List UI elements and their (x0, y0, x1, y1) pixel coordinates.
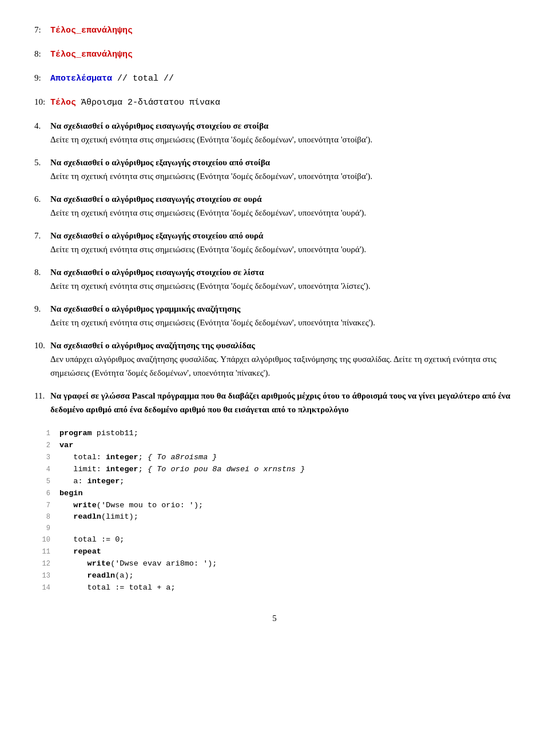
item-title: Να σχεδιασθεί ο αλγόριθμος εξαγωγής στοι… (50, 158, 270, 167)
list-item: 10: Τέλος Άθροισμα 2-διάστατου πίνακα (34, 95, 515, 110)
item-title: Να σχεδιασθεί ο αλγόριθμος εισαγωγής στο… (50, 268, 264, 277)
exercise-11: 11. Να γραφεί σε γλώσσα Pascal πρόγραμμα… (34, 389, 515, 416)
line-number: 13 (34, 571, 50, 582)
item-title: Να σχεδιασθεί ο αλγόριθμος εισαγωγής στο… (50, 194, 262, 204)
item-suffix: Άθροισμα 2-διάστατου πίνακα (76, 98, 220, 108)
item-number: 8: (34, 47, 50, 61)
exercise-8: 8. Να σχεδιασθεί ο αλγόριθμος εισαγωγής … (34, 265, 515, 293)
code-line-2: 2 var (34, 440, 515, 452)
code-text: repeat (59, 546, 101, 558)
item-desc: Δείτε τη σχετική ενότητα στις σημειώσεις… (50, 316, 515, 329)
code-line-9: 9 (34, 523, 515, 534)
code-text: total := total + a; (59, 582, 176, 594)
item-number: 7. (34, 229, 50, 242)
code-line-14: 14 total := total + a; (34, 582, 515, 594)
line-number: 5 (34, 476, 50, 487)
code-text: program pistob11; (59, 428, 138, 440)
item-number: 8. (34, 265, 50, 279)
item-number: 11. (34, 389, 50, 403)
item-title: Να σχεδιασθεί ο αλγόριθμος γραμμικής ανα… (50, 304, 240, 313)
list-item: 6. Να σχεδιασθεί ο αλγόριθμος εισαγωγής … (34, 192, 515, 220)
list-item: 9. Να σχεδιασθεί ο αλγόριθμος γραμμικής … (34, 302, 515, 329)
item-title: Τέλος_επανάληψης (50, 50, 133, 59)
line-number: 11 (34, 547, 50, 558)
code-text: total := 0; (59, 534, 124, 546)
item-title: Τέλος_επανάληψης (50, 26, 133, 35)
line-number: 4 (34, 464, 50, 475)
line-number: 2 (34, 440, 50, 451)
code-line-11: 11 repeat (34, 546, 515, 558)
item-desc: Δείτε τη σχετική ενότητα στις σημειώσεις… (50, 279, 515, 293)
item-desc: Δείτε τη σχετική ενότητα στις σημειώσεις… (50, 133, 515, 146)
exercise-6: 6. Να σχεδιασθεί ο αλγόριθμος εισαγωγής … (34, 192, 515, 220)
code-text: limit: integer; { To orio pou 8a dwsei o… (59, 464, 305, 476)
line-number: 9 (34, 523, 50, 534)
item-number: 6. (34, 192, 50, 206)
code-text: write('Dwse mou to orio: '); (59, 500, 203, 512)
line-number: 10 (34, 535, 50, 546)
exercise-4: 4. Να σχεδιασθεί ο αλγόριθμος εισαγωγής … (34, 119, 515, 146)
line-number: 7 (34, 500, 50, 511)
line-number: 6 (34, 488, 50, 499)
header-items: 7: Τέλος_επανάληψης 8: Τέλος_επανάληψης … (34, 23, 515, 110)
list-item: 11. Να γραφεί σε γλώσσα Pascal πρόγραμμα… (34, 389, 515, 416)
item-title: Να σχεδιασθεί ο αλγόριθμος εξαγωγής στοι… (50, 231, 263, 240)
code-text: a: integer; (59, 476, 124, 488)
list-item: 8. Να σχεδιασθεί ο αλγόριθμος εισαγωγής … (34, 265, 515, 293)
item-number: 10: (34, 95, 50, 109)
item-title: Αποτελέσματα (50, 74, 112, 83)
code-line-3: 3 total: integer; { To a8roisma } (34, 452, 515, 464)
line-number: 8 (34, 512, 50, 523)
list-item: 4. Να σχεδιασθεί ο αλγόριθμος εισαγωγής … (34, 119, 515, 146)
item-title: Να γραφεί σε γλώσσα Pascal πρόγραμμα που… (50, 391, 510, 414)
item-suffix: // total // (112, 74, 174, 83)
code-text: write('Dwse evav ari8mo: '); (59, 558, 217, 570)
exercise-10: 10. Να σχεδιασθεί ο αλγόριθμος αναζήτηση… (34, 339, 515, 380)
code-line-13: 13 readln(a); (34, 570, 515, 582)
item-desc: Δείτε τη σχετική ενότητα στις σημειώσεις… (50, 169, 515, 183)
code-text: begin (59, 488, 83, 500)
line-number: 14 (34, 583, 50, 594)
item-title: Τέλος (50, 98, 76, 108)
code-line-5: 5 a: integer; (34, 476, 515, 488)
code-line-10: 10 total := 0; (34, 534, 515, 546)
list-item: 9: Αποτελέσματα // total // (34, 71, 515, 86)
code-text: readln(limit); (59, 511, 138, 523)
item-number: 7: (34, 23, 50, 37)
list-item: 8: Τέλος_επανάληψης (34, 47, 515, 62)
item-number: 5. (34, 156, 50, 169)
code-line-7: 7 write('Dwse mou to orio: '); (34, 500, 515, 512)
list-item: 5. Να σχεδιασθεί ο αλγόριθμος εξαγωγής σ… (34, 156, 515, 183)
code-line-8: 8 readln(limit); (34, 511, 515, 523)
code-text: readln(a); (59, 570, 134, 582)
code-text: total: integer; { To a8roisma } (59, 452, 217, 464)
code-text: var (59, 440, 73, 452)
code-line-6: 6 begin (34, 488, 515, 500)
exercise-5: 5. Να σχεδιασθεί ο αλγόριθμος εξαγωγής σ… (34, 156, 515, 183)
item-title: Να σχεδιασθεί ο αλγόριθμος αναζήτησης τη… (50, 341, 255, 350)
item-number: 9: (34, 71, 50, 85)
page-number: 5 (34, 611, 515, 625)
item-number: 9. (34, 302, 50, 316)
item-desc: Δείτε τη σχετική ενότητα στις σημειώσεις… (50, 242, 515, 256)
item-desc: Δεν υπάρχει αλγόριθμος αναζήτησης φυσαλί… (50, 352, 515, 380)
code-line-1: 1 program pistob11; (34, 428, 515, 440)
code-block: 1 program pistob11; 2 var 3 total: integ… (34, 428, 515, 594)
line-number: 3 (34, 452, 50, 463)
item-title: Να σχεδιασθεί ο αλγόριθμος εισαγωγής στο… (50, 121, 268, 130)
exercise-7: 7. Να σχεδιασθεί ο αλγόριθμος εξαγωγής σ… (34, 229, 515, 256)
list-item: 7: Τέλος_επανάληψης (34, 23, 515, 38)
item-number: 10. (34, 339, 50, 352)
exercise-9: 9. Να σχεδιασθεί ο αλγόριθμος γραμμικής … (34, 302, 515, 329)
line-number: 12 (34, 559, 50, 570)
list-item: 10. Να σχεδιασθεί ο αλγόριθμος αναζήτηση… (34, 339, 515, 380)
code-line-4: 4 limit: integer; { To orio pou 8a dwsei… (34, 464, 515, 476)
list-item: 7. Να σχεδιασθεί ο αλγόριθμος εξαγωγής σ… (34, 229, 515, 256)
item-desc: Δείτε τη σχετική ενότητα στις σημειώσεις… (50, 206, 515, 220)
item-number: 4. (34, 119, 50, 133)
code-line-12: 12 write('Dwse evav ari8mo: '); (34, 558, 515, 570)
line-number: 1 (34, 428, 50, 439)
